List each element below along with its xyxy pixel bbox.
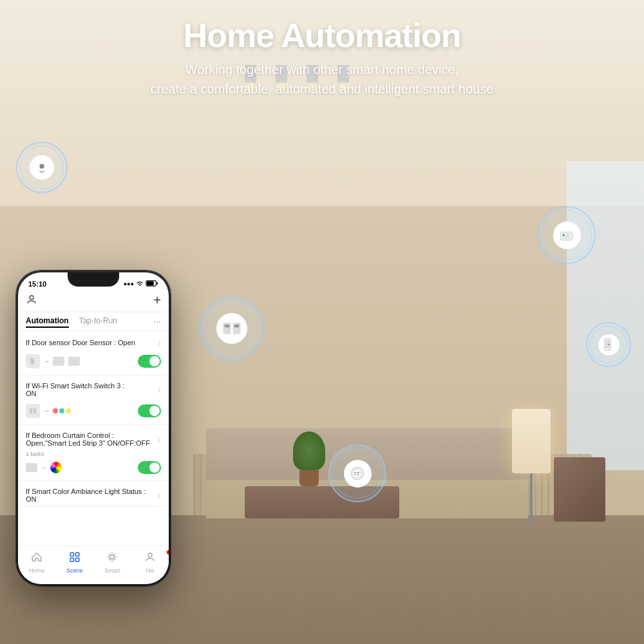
automation-item-2: If Wi-Fi Smart Switch Switch 3 :ON › [18, 375, 169, 425]
chevron-icon-2: › [158, 384, 161, 395]
color-dot-yellow [66, 408, 71, 413]
color-dot-teal [59, 408, 64, 413]
phone-outer: 15:10 ●●● [16, 270, 171, 586]
app-tabs: Automation Tap-to-Run ··· [18, 312, 169, 331]
svg-rect-14 [604, 339, 611, 351]
toggle-2[interactable] [138, 404, 161, 417]
subtitle: Working together with other smart home d… [151, 60, 494, 99]
svg-point-18 [354, 469, 361, 477]
plant [296, 431, 322, 483]
automation-item-3-row: → [18, 457, 169, 480]
automation-item-1-title: If Door sensor Door Sensor : Open [26, 339, 158, 346]
toggle-1[interactable] [138, 355, 161, 368]
profile-icon[interactable] [26, 294, 37, 308]
automation-item-3: If Bedroom Curtain Control :Open,"Smart … [18, 425, 169, 481]
gateway-icon [553, 222, 581, 249]
device-bubble-door [586, 322, 631, 367]
automation-item-2-header[interactable]: If Wi-Fi Smart Switch Switch 3 :ON › [18, 375, 169, 400]
device-bubble-switch [200, 296, 264, 361]
nav-me-label: Me [146, 567, 154, 574]
door-sensor-icon [598, 334, 620, 355]
floor-lamp [518, 409, 544, 525]
svg-point-32 [110, 555, 114, 559]
chevron-icon-3: › [158, 434, 161, 444]
svg-rect-7 [225, 325, 230, 328]
tab-automation[interactable]: Automation [26, 316, 69, 328]
svg-rect-22 [156, 282, 158, 285]
automation-item-3-header[interactable]: If Bedroom Curtain Control :Open,"Smart … [18, 425, 169, 450]
flow-icon-1b [68, 357, 80, 366]
phone-container: 15:10 ●●● [16, 270, 171, 580]
me-icon [144, 551, 156, 566]
automation-item-4: If Smart Color Ambiance Light Status :ON… [18, 481, 169, 506]
automation-item-3-title: If Bedroom Curtain Control :Open,"Smart … [26, 431, 158, 447]
tab-more-button[interactable]: ··· [153, 316, 161, 328]
nav-smart[interactable]: Smart [93, 551, 131, 574]
nav-scene[interactable]: Scene [56, 551, 94, 574]
svg-rect-29 [75, 553, 79, 556]
svg-rect-30 [70, 558, 73, 562]
battery-icon [146, 280, 158, 288]
svg-rect-31 [75, 558, 79, 562]
tab-tap-to-run[interactable]: Tap-to-Run [79, 316, 117, 328]
plant-leaves [293, 431, 325, 470]
svg-point-17 [351, 467, 364, 480]
svg-point-4 [39, 164, 44, 169]
svg-point-23 [30, 296, 33, 299]
home-icon [31, 551, 43, 566]
device-bubble-sensor [16, 142, 68, 193]
lamp-shade [512, 409, 551, 473]
plant-pot [299, 470, 319, 486]
device-bubble-gateway [538, 206, 596, 264]
tasks-label-3: 1 tasks [18, 450, 169, 457]
phone-screen: 15:10 ●●● [18, 272, 169, 584]
title-overlay: Home Automation Working together with ot… [0, 0, 644, 116]
automation-item-1: If Door sensor Door Sensor : Open › → [18, 331, 169, 375]
flow-arrow-3: → [40, 463, 48, 472]
nav-me[interactable]: Me [131, 551, 169, 574]
toggle-3[interactable] [138, 461, 161, 474]
lamp-pole [530, 473, 533, 525]
nav-smart-label: Smart [104, 567, 120, 574]
svg-point-16 [609, 344, 611, 346]
switch-small-icon [26, 404, 40, 418]
svg-rect-26 [30, 408, 32, 413]
color-dots-2 [53, 408, 71, 413]
svg-point-33 [148, 553, 152, 557]
svg-rect-8 [234, 325, 240, 328]
phone-notch [68, 272, 119, 287]
svg-rect-28 [70, 553, 73, 556]
svg-rect-9 [560, 232, 573, 240]
svg-rect-15 [605, 339, 610, 348]
status-time: 15:10 [28, 280, 46, 288]
svg-rect-27 [33, 408, 36, 413]
automation-item-3-icons: → [26, 462, 62, 473]
thermostat-icon: 72° [344, 460, 372, 488]
automation-item-1-header[interactable]: If Door sensor Door Sensor : Open › [18, 331, 169, 350]
chair [554, 457, 605, 522]
svg-rect-11 [565, 234, 570, 234]
door-sensor-small-icon [26, 354, 40, 368]
status-icons: ●●● [124, 280, 158, 288]
flow-arrow-2: → [43, 406, 50, 415]
switch-icon [216, 313, 247, 344]
automation-item-2-icons: → [26, 404, 71, 418]
svg-rect-5 [223, 323, 231, 334]
device-bubble-thermostat: 72° [328, 444, 386, 502]
add-button[interactable]: + [153, 293, 161, 308]
svg-text:72°: 72° [354, 471, 361, 476]
automation-item-4-title: If Smart Color Ambiance Light Status :ON [26, 488, 158, 503]
subtitle-line1: Working together with other smart home d… [185, 62, 459, 77]
svg-rect-12 [565, 236, 569, 236]
svg-point-25 [33, 361, 34, 362]
room-window [567, 161, 644, 470]
nav-scene-label: Scene [66, 567, 83, 574]
nav-home-label: Home [29, 567, 44, 574]
svg-rect-10 [563, 234, 565, 236]
automation-item-1-icons: → [26, 354, 80, 368]
signal-icon: ●●● [124, 281, 134, 287]
automation-item-2-row: → [18, 400, 169, 424]
automation-item-4-header[interactable]: If Smart Color Ambiance Light Status :ON… [18, 481, 169, 506]
nav-home[interactable]: Home [18, 551, 56, 574]
app-header: + [18, 290, 169, 312]
